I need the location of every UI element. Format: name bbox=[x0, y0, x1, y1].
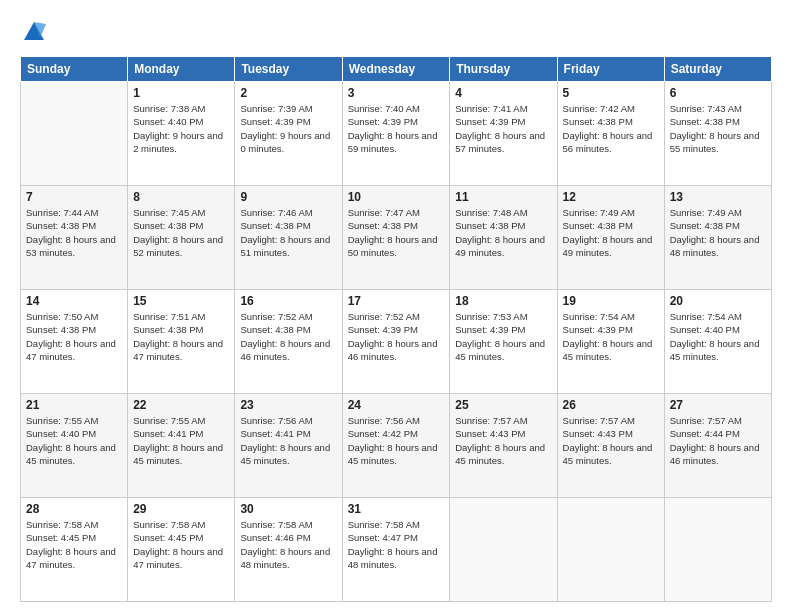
day-info: Sunrise: 7:38 AMSunset: 4:40 PMDaylight:… bbox=[133, 102, 229, 155]
week-row-2: 7Sunrise: 7:44 AMSunset: 4:38 PMDaylight… bbox=[21, 186, 772, 290]
day-info: Sunrise: 7:57 AMSunset: 4:43 PMDaylight:… bbox=[455, 414, 551, 467]
day-info: Sunrise: 7:46 AMSunset: 4:38 PMDaylight:… bbox=[240, 206, 336, 259]
calendar-cell: 24Sunrise: 7:56 AMSunset: 4:42 PMDayligh… bbox=[342, 394, 450, 498]
calendar-cell: 20Sunrise: 7:54 AMSunset: 4:40 PMDayligh… bbox=[664, 290, 771, 394]
days-header-row: SundayMondayTuesdayWednesdayThursdayFrid… bbox=[21, 57, 772, 82]
calendar-cell: 22Sunrise: 7:55 AMSunset: 4:41 PMDayligh… bbox=[128, 394, 235, 498]
calendar-cell: 30Sunrise: 7:58 AMSunset: 4:46 PMDayligh… bbox=[235, 498, 342, 602]
calendar-cell: 31Sunrise: 7:58 AMSunset: 4:47 PMDayligh… bbox=[342, 498, 450, 602]
day-header-monday: Monday bbox=[128, 57, 235, 82]
day-info: Sunrise: 7:56 AMSunset: 4:41 PMDaylight:… bbox=[240, 414, 336, 467]
day-number: 20 bbox=[670, 294, 766, 308]
day-info: Sunrise: 7:57 AMSunset: 4:44 PMDaylight:… bbox=[670, 414, 766, 467]
calendar-body: 1Sunrise: 7:38 AMSunset: 4:40 PMDaylight… bbox=[21, 82, 772, 602]
calendar-cell: 6Sunrise: 7:43 AMSunset: 4:38 PMDaylight… bbox=[664, 82, 771, 186]
day-info: Sunrise: 7:49 AMSunset: 4:38 PMDaylight:… bbox=[670, 206, 766, 259]
day-header-friday: Friday bbox=[557, 57, 664, 82]
day-info: Sunrise: 7:58 AMSunset: 4:45 PMDaylight:… bbox=[26, 518, 122, 571]
header bbox=[20, 18, 772, 46]
day-info: Sunrise: 7:44 AMSunset: 4:38 PMDaylight:… bbox=[26, 206, 122, 259]
week-row-3: 14Sunrise: 7:50 AMSunset: 4:38 PMDayligh… bbox=[21, 290, 772, 394]
calendar-cell: 3Sunrise: 7:40 AMSunset: 4:39 PMDaylight… bbox=[342, 82, 450, 186]
logo-icon bbox=[20, 18, 48, 46]
day-number: 1 bbox=[133, 86, 229, 100]
day-number: 19 bbox=[563, 294, 659, 308]
calendar-cell: 23Sunrise: 7:56 AMSunset: 4:41 PMDayligh… bbox=[235, 394, 342, 498]
day-number: 28 bbox=[26, 502, 122, 516]
day-number: 29 bbox=[133, 502, 229, 516]
calendar-cell: 16Sunrise: 7:52 AMSunset: 4:38 PMDayligh… bbox=[235, 290, 342, 394]
day-number: 25 bbox=[455, 398, 551, 412]
day-header-tuesday: Tuesday bbox=[235, 57, 342, 82]
logo bbox=[20, 18, 52, 46]
calendar-cell: 26Sunrise: 7:57 AMSunset: 4:43 PMDayligh… bbox=[557, 394, 664, 498]
day-info: Sunrise: 7:58 AMSunset: 4:46 PMDaylight:… bbox=[240, 518, 336, 571]
day-info: Sunrise: 7:57 AMSunset: 4:43 PMDaylight:… bbox=[563, 414, 659, 467]
day-info: Sunrise: 7:40 AMSunset: 4:39 PMDaylight:… bbox=[348, 102, 445, 155]
calendar-header: SundayMondayTuesdayWednesdayThursdayFrid… bbox=[21, 57, 772, 82]
day-number: 13 bbox=[670, 190, 766, 204]
day-number: 22 bbox=[133, 398, 229, 412]
calendar-cell: 10Sunrise: 7:47 AMSunset: 4:38 PMDayligh… bbox=[342, 186, 450, 290]
page: SundayMondayTuesdayWednesdayThursdayFrid… bbox=[0, 0, 792, 612]
calendar-cell bbox=[450, 498, 557, 602]
day-info: Sunrise: 7:51 AMSunset: 4:38 PMDaylight:… bbox=[133, 310, 229, 363]
day-header-wednesday: Wednesday bbox=[342, 57, 450, 82]
day-header-thursday: Thursday bbox=[450, 57, 557, 82]
day-number: 7 bbox=[26, 190, 122, 204]
calendar-cell: 9Sunrise: 7:46 AMSunset: 4:38 PMDaylight… bbox=[235, 186, 342, 290]
day-number: 6 bbox=[670, 86, 766, 100]
calendar-cell: 25Sunrise: 7:57 AMSunset: 4:43 PMDayligh… bbox=[450, 394, 557, 498]
day-info: Sunrise: 7:41 AMSunset: 4:39 PMDaylight:… bbox=[455, 102, 551, 155]
week-row-4: 21Sunrise: 7:55 AMSunset: 4:40 PMDayligh… bbox=[21, 394, 772, 498]
day-info: Sunrise: 7:49 AMSunset: 4:38 PMDaylight:… bbox=[563, 206, 659, 259]
day-number: 2 bbox=[240, 86, 336, 100]
day-info: Sunrise: 7:50 AMSunset: 4:38 PMDaylight:… bbox=[26, 310, 122, 363]
day-info: Sunrise: 7:47 AMSunset: 4:38 PMDaylight:… bbox=[348, 206, 445, 259]
calendar: SundayMondayTuesdayWednesdayThursdayFrid… bbox=[20, 56, 772, 602]
day-number: 14 bbox=[26, 294, 122, 308]
day-info: Sunrise: 7:39 AMSunset: 4:39 PMDaylight:… bbox=[240, 102, 336, 155]
calendar-cell bbox=[664, 498, 771, 602]
calendar-cell: 14Sunrise: 7:50 AMSunset: 4:38 PMDayligh… bbox=[21, 290, 128, 394]
day-info: Sunrise: 7:55 AMSunset: 4:41 PMDaylight:… bbox=[133, 414, 229, 467]
calendar-cell: 18Sunrise: 7:53 AMSunset: 4:39 PMDayligh… bbox=[450, 290, 557, 394]
day-info: Sunrise: 7:52 AMSunset: 4:39 PMDaylight:… bbox=[348, 310, 445, 363]
calendar-cell: 5Sunrise: 7:42 AMSunset: 4:38 PMDaylight… bbox=[557, 82, 664, 186]
calendar-cell: 2Sunrise: 7:39 AMSunset: 4:39 PMDaylight… bbox=[235, 82, 342, 186]
calendar-cell bbox=[557, 498, 664, 602]
calendar-cell: 7Sunrise: 7:44 AMSunset: 4:38 PMDaylight… bbox=[21, 186, 128, 290]
week-row-1: 1Sunrise: 7:38 AMSunset: 4:40 PMDaylight… bbox=[21, 82, 772, 186]
day-number: 10 bbox=[348, 190, 445, 204]
calendar-cell: 12Sunrise: 7:49 AMSunset: 4:38 PMDayligh… bbox=[557, 186, 664, 290]
week-row-5: 28Sunrise: 7:58 AMSunset: 4:45 PMDayligh… bbox=[21, 498, 772, 602]
day-info: Sunrise: 7:58 AMSunset: 4:47 PMDaylight:… bbox=[348, 518, 445, 571]
calendar-cell: 27Sunrise: 7:57 AMSunset: 4:44 PMDayligh… bbox=[664, 394, 771, 498]
day-number: 23 bbox=[240, 398, 336, 412]
day-info: Sunrise: 7:54 AMSunset: 4:39 PMDaylight:… bbox=[563, 310, 659, 363]
day-info: Sunrise: 7:52 AMSunset: 4:38 PMDaylight:… bbox=[240, 310, 336, 363]
calendar-cell: 29Sunrise: 7:58 AMSunset: 4:45 PMDayligh… bbox=[128, 498, 235, 602]
day-number: 4 bbox=[455, 86, 551, 100]
day-number: 5 bbox=[563, 86, 659, 100]
day-info: Sunrise: 7:48 AMSunset: 4:38 PMDaylight:… bbox=[455, 206, 551, 259]
calendar-cell: 13Sunrise: 7:49 AMSunset: 4:38 PMDayligh… bbox=[664, 186, 771, 290]
day-info: Sunrise: 7:43 AMSunset: 4:38 PMDaylight:… bbox=[670, 102, 766, 155]
day-info: Sunrise: 7:56 AMSunset: 4:42 PMDaylight:… bbox=[348, 414, 445, 467]
day-info: Sunrise: 7:42 AMSunset: 4:38 PMDaylight:… bbox=[563, 102, 659, 155]
day-info: Sunrise: 7:54 AMSunset: 4:40 PMDaylight:… bbox=[670, 310, 766, 363]
day-number: 12 bbox=[563, 190, 659, 204]
calendar-cell bbox=[21, 82, 128, 186]
day-number: 8 bbox=[133, 190, 229, 204]
day-info: Sunrise: 7:53 AMSunset: 4:39 PMDaylight:… bbox=[455, 310, 551, 363]
calendar-cell: 8Sunrise: 7:45 AMSunset: 4:38 PMDaylight… bbox=[128, 186, 235, 290]
calendar-cell: 17Sunrise: 7:52 AMSunset: 4:39 PMDayligh… bbox=[342, 290, 450, 394]
calendar-cell: 15Sunrise: 7:51 AMSunset: 4:38 PMDayligh… bbox=[128, 290, 235, 394]
day-number: 21 bbox=[26, 398, 122, 412]
calendar-cell: 28Sunrise: 7:58 AMSunset: 4:45 PMDayligh… bbox=[21, 498, 128, 602]
calendar-cell: 4Sunrise: 7:41 AMSunset: 4:39 PMDaylight… bbox=[450, 82, 557, 186]
day-number: 18 bbox=[455, 294, 551, 308]
day-number: 24 bbox=[348, 398, 445, 412]
day-number: 31 bbox=[348, 502, 445, 516]
day-number: 26 bbox=[563, 398, 659, 412]
